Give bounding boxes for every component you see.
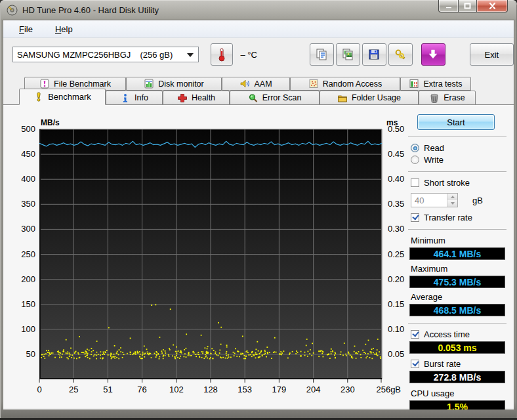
- tick-label: 256gB: [376, 385, 401, 394]
- copy-text-icon: [315, 48, 328, 61]
- burst-rate-value-box: 272.8 MB/s: [409, 371, 505, 383]
- tab-benchmark[interactable]: Benchmark: [19, 89, 106, 105]
- benchmark-exclamation-icon: [33, 92, 44, 102]
- read-option[interactable]: Read: [411, 143, 507, 153]
- benchmark-page: MB/s ms 500450400350300250200150100500.5…: [3, 104, 514, 408]
- tick-label: 76: [137, 385, 146, 394]
- temperature-button[interactable]: [211, 43, 234, 66]
- copy-image-icon: [341, 48, 354, 61]
- tick-label: 153: [238, 385, 252, 394]
- menu-file[interactable]: File: [12, 23, 39, 35]
- spin-down-button[interactable]: [447, 200, 457, 207]
- transfer-rate-option[interactable]: Transfer rate: [411, 213, 507, 222]
- tab-folder-usage[interactable]: Folder Usage: [320, 91, 419, 105]
- plot-area: [39, 129, 382, 385]
- tab-erase[interactable]: Erase: [419, 91, 476, 105]
- spin-up-button[interactable]: [447, 194, 457, 200]
- tab-extra-tests[interactable]: Extra tests: [400, 77, 471, 91]
- tick-label: 51: [103, 385, 112, 394]
- tick-label: 450: [5, 149, 35, 159]
- keys-icon: [394, 48, 407, 61]
- menu-help[interactable]: Help: [49, 23, 79, 35]
- close-button[interactable]: [477, 0, 508, 12]
- tab-error-scan[interactable]: Error Scan: [230, 91, 320, 105]
- access-time-value-box: 0.053 ms: [409, 341, 505, 354]
- size-spinner[interactable]: 40: [411, 193, 458, 207]
- tick-label: 102: [169, 385, 184, 394]
- disk-monitor-icon: [144, 79, 154, 89]
- maximize-button[interactable]: [458, 0, 477, 12]
- tab-random-access[interactable]: Random Access: [290, 77, 400, 91]
- update-button[interactable]: [421, 43, 445, 66]
- client-area: File Help SAMSUNG MZMPC256HBGJ (256 gB) …: [3, 20, 514, 410]
- window-controls: [438, 0, 508, 12]
- tab-info[interactable]: Info: [106, 91, 163, 105]
- read-radio[interactable]: [411, 144, 419, 152]
- tab-disk-monitor[interactable]: Disk monitor: [126, 77, 222, 91]
- access-time-checkbox[interactable]: [411, 330, 419, 339]
- divider: [408, 323, 507, 324]
- toolbar: SAMSUNG MZMPC256HBGJ (256 gB) – °C: [3, 38, 514, 71]
- minimize-button[interactable]: [438, 0, 458, 12]
- short-stroke-size: 40 gB: [411, 193, 507, 207]
- size-unit: gB: [472, 196, 483, 205]
- tick-label: 0: [37, 385, 41, 394]
- folder-icon: [337, 93, 348, 103]
- copy-text-button[interactable]: [310, 43, 334, 66]
- tick-label: 128: [203, 385, 218, 394]
- copy-image-button[interactable]: [336, 43, 360, 66]
- cpu-usage-value-box: 1.5%: [409, 400, 505, 410]
- drive-model: SAMSUNG MZMPC256HBGJ: [17, 50, 131, 60]
- temperature-value: – °C: [240, 50, 266, 60]
- burst-rate-option[interactable]: Burst rate: [411, 359, 507, 369]
- download-arrow-icon: [428, 49, 438, 60]
- app-icon: [7, 5, 18, 16]
- access-time-option[interactable]: Access time: [411, 329, 507, 339]
- burst-rate-checkbox[interactable]: [411, 360, 419, 368]
- minimum-value-box: 464.1 MB/s: [409, 247, 505, 260]
- drive-size: (256 gB): [140, 50, 173, 60]
- tick-label: 230: [341, 385, 355, 394]
- title-bar: HD Tune Pro 4.60 - Hard Disk Utility: [0, 0, 517, 20]
- exit-button[interactable]: Exit: [470, 43, 514, 66]
- tick-label: 400: [5, 174, 35, 184]
- save-button[interactable]: [362, 43, 386, 66]
- tab-aam[interactable]: AAM: [222, 77, 290, 91]
- maximum-value-box: 475.3 MB/s: [409, 276, 505, 288]
- tick-label: 300: [5, 224, 35, 234]
- drive-select-dropdown[interactable]: SAMSUNG MZMPC256HBGJ (256 gB): [12, 47, 199, 62]
- cpu-usage-label: CPU usage: [411, 388, 507, 398]
- tick-label: 200: [5, 274, 35, 284]
- tick-label: 500: [5, 124, 35, 134]
- trash-icon: [429, 93, 440, 103]
- thermometer-icon: [218, 47, 226, 62]
- tab-health[interactable]: Health: [163, 91, 230, 105]
- left-axis-unit: MB/s: [41, 118, 60, 127]
- write-radio[interactable]: [411, 156, 419, 164]
- options-button[interactable]: [388, 43, 413, 66]
- tick-label: 25: [69, 385, 78, 394]
- menu-bar: File Help: [3, 20, 514, 38]
- tick-label: 150: [5, 299, 35, 309]
- transfer-rate-checkbox[interactable]: [411, 213, 419, 222]
- divider: [408, 171, 507, 172]
- write-option[interactable]: Write: [411, 155, 507, 165]
- app-window: HD Tune Pro 4.60 - Hard Disk Utility Fil…: [0, 0, 517, 420]
- tab-row-bottom: Benchmark Info Health: [19, 91, 514, 105]
- benchmark-chart: MB/s ms 500450400350300250200150100500.5…: [39, 129, 382, 379]
- chevron-down-icon: [187, 53, 194, 57]
- speaker-icon: [239, 79, 250, 89]
- start-button[interactable]: Start: [417, 114, 495, 130]
- maximum-label: Maximum: [411, 264, 507, 274]
- tick-label: 250: [5, 249, 35, 259]
- short-stroke-checkbox[interactable]: [411, 178, 419, 187]
- tick-label: 204: [306, 385, 321, 394]
- benchmark-controls: Start Read Write Short stroke 4: [408, 114, 507, 410]
- short-stroke-option[interactable]: Short stroke: [411, 178, 507, 188]
- extra-tests-icon: [409, 79, 419, 89]
- file-benchmark-icon: [39, 79, 50, 89]
- health-cross-icon: [177, 93, 188, 103]
- magnifier-icon: [248, 93, 258, 103]
- tick-label: 350: [5, 199, 35, 209]
- tick-label: 179: [272, 385, 287, 394]
